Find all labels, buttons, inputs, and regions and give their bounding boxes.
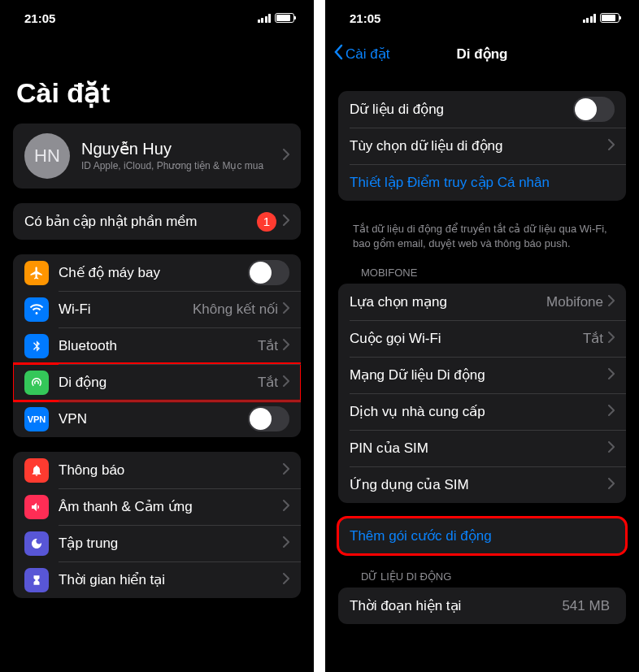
cellular-data-switch[interactable] [573, 97, 615, 122]
connectivity-group: Chế độ máy bay Wi-Fi Không kết nối Bluet… [13, 254, 301, 437]
chevron-right-icon [283, 215, 289, 229]
chevron-right-icon [608, 478, 615, 492]
item-label: Tập trung [59, 535, 283, 552]
sounds-row[interactable]: Âm thanh & Cảm ứng [13, 488, 301, 525]
item-label: Thông báo [59, 462, 283, 479]
chevron-right-icon [283, 149, 289, 163]
chevron-right-icon [608, 332, 615, 346]
airplane-switch[interactable] [248, 260, 289, 285]
chevron-right-icon [608, 441, 615, 456]
profile-sub: ID Apple, iCloud, Phương tiện & Mục mua [81, 160, 283, 173]
chevron-right-icon [283, 500, 289, 514]
add-plan-row[interactable]: Thêm gói cước di động [338, 518, 626, 554]
item-value: Không kết nối [193, 301, 278, 318]
bluetooth-icon [24, 334, 49, 358]
profile-row[interactable]: HN Nguyễn Huy ID Apple, iCloud, Phương t… [13, 124, 301, 189]
item-label: Bluetooth [59, 338, 258, 354]
settings-screen: 21:05 Cài đặt HN Nguyễn Huy ID Apple, iC… [0, 0, 314, 672]
notifications-row[interactable]: Thông báo [13, 452, 301, 488]
update-group: Có bản cập nhật phần mềm 1 [13, 203, 301, 240]
cellular-data-group: Dữ liệu di động Tùy chọn dữ liệu di động… [338, 91, 626, 201]
wifi-icon [24, 297, 49, 322]
sim-apps-row[interactable]: Ứng dụng của SIM [338, 466, 626, 503]
battery-icon [600, 13, 619, 23]
software-update-row[interactable]: Có bản cập nhật phần mềm 1 [13, 203, 301, 240]
cellular-icon [24, 371, 49, 395]
current-period-row[interactable]: Thời đoạn hiện tại 541 MB [338, 587, 626, 624]
airplane-icon [24, 261, 49, 285]
page-title: Cài đặt [0, 36, 314, 124]
carrier-services-row[interactable]: Dịch vụ nhà cung cấp [338, 393, 626, 430]
status-bar: 21:05 [0, 0, 314, 36]
item-label: Thời gian hiển tại [59, 571, 283, 588]
avatar: HN [24, 133, 70, 179]
nav-bar: Cài đặt Di động [325, 36, 639, 72]
profile-name: Nguyễn Huy [81, 139, 283, 158]
cellular-footer: Tắt dữ liệu di động để truyền tắt cả dữ … [338, 215, 626, 265]
row-value: Tắt [583, 330, 603, 347]
signal-icon [258, 14, 272, 23]
chevron-right-icon [283, 302, 289, 317]
chevron-right-icon [283, 463, 289, 478]
chevron-right-icon [608, 295, 615, 310]
focus-row[interactable]: Tập trung [13, 525, 301, 561]
status-indicators [258, 13, 295, 23]
row-label: Thiết lập Điểm truy cập Cá nhân [350, 174, 615, 191]
status-indicators [583, 13, 620, 23]
software-update-label: Có bản cập nhật phần mềm [24, 213, 257, 230]
hotspot-setup-row[interactable]: Thiết lập Điểm truy cập Cá nhân [338, 164, 626, 201]
vpn-switch[interactable] [248, 406, 289, 431]
status-time: 21:05 [24, 11, 55, 25]
carrier-group: Lựa chọn mạng Mobifone Cuộc gọi Wi-Fi Tắ… [338, 284, 626, 503]
sound-icon [24, 495, 49, 519]
row-label: Dịch vụ nhà cung cấp [350, 403, 608, 420]
data-usage-group: Thời đoạn hiện tại 541 MB [338, 587, 626, 624]
network-selection-row[interactable]: Lựa chọn mạng Mobifone [338, 284, 626, 320]
cellular-data-row[interactable]: Dữ liệu di động [338, 91, 626, 128]
row-label: Cuộc gọi Wi-Fi [350, 330, 583, 347]
bell-icon [24, 458, 49, 483]
data-usage-header: DỮ LIỆU DI ĐỘNG [338, 569, 626, 587]
row-label: Dữ liệu di động [350, 101, 573, 118]
airplane-mode-row[interactable]: Chế độ máy bay [13, 254, 301, 291]
sim-pin-row[interactable]: PIN của SIM [338, 430, 626, 466]
item-value: Tắt [258, 374, 278, 391]
add-plan-group: Thêm gói cước di động [338, 518, 626, 554]
row-label: Lựa chọn mạng [350, 293, 546, 310]
item-label: Chế độ máy bay [59, 264, 248, 281]
chevron-left-icon [333, 44, 343, 64]
item-label: Wi-Fi [59, 301, 193, 318]
row-label: PIN của SIM [350, 440, 608, 457]
item-label: Âm thanh & Cảm ứng [59, 498, 283, 515]
chevron-right-icon [608, 405, 615, 419]
hourglass-icon [24, 568, 49, 592]
signal-icon [583, 14, 597, 23]
moon-icon [24, 531, 49, 556]
item-label: Di động [59, 374, 258, 391]
vpn-row[interactable]: VPN VPN [13, 401, 301, 437]
screentime-row[interactable]: Thời gian hiển tại [13, 561, 301, 598]
carrier-header: MOBIFONE [338, 265, 626, 284]
wifi-row[interactable]: Wi-Fi Không kết nối [13, 291, 301, 327]
chevron-right-icon [283, 573, 289, 587]
update-badge: 1 [257, 212, 276, 232]
cellular-data-network-row[interactable]: Mạng Dữ liệu Di động [338, 357, 626, 393]
profile-group: HN Nguyễn Huy ID Apple, iCloud, Phương t… [13, 124, 301, 189]
status-bar: 21:05 [325, 0, 639, 36]
back-button[interactable]: Cài đặt [333, 44, 389, 64]
chevron-right-icon [608, 139, 615, 154]
row-label: Ứng dụng của SIM [350, 476, 608, 493]
row-label: Tùy chọn dữ liệu di động [350, 137, 608, 154]
cellular-options-row[interactable]: Tùy chọn dữ liệu di động [338, 128, 626, 164]
row-label: Thời đoạn hiện tại [350, 597, 562, 614]
chevron-right-icon [608, 368, 615, 383]
row-label: Mạng Dữ liệu Di động [350, 366, 608, 384]
bluetooth-row[interactable]: Bluetooth Tắt [13, 327, 301, 364]
chevron-right-icon [283, 339, 289, 353]
item-value: Tắt [258, 337, 278, 354]
cellular-screen: 21:05 Cài đặt Di động Dữ liệu di động Tù… [325, 0, 639, 672]
wifi-calling-row[interactable]: Cuộc gọi Wi-Fi Tắt [338, 320, 626, 357]
notifications-group: Thông báo Âm thanh & Cảm ứng Tập trung [13, 452, 301, 598]
cellular-row[interactable]: Di động Tắt [13, 364, 301, 401]
chevron-right-icon [283, 536, 289, 551]
